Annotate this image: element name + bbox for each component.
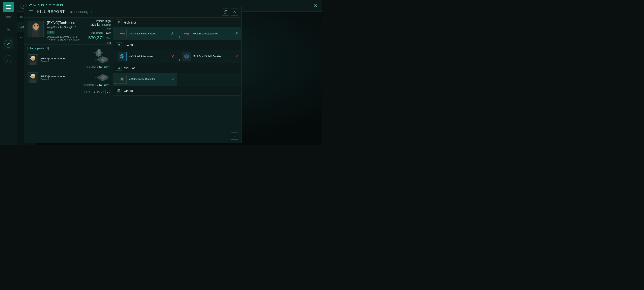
participant-1-percent: 100%: [104, 66, 110, 68]
high-slot-item-1-qty: 1: [114, 36, 116, 39]
participants-list[interactable]: [PRTY]Amarr Inbound Cynabal: [24, 52, 113, 143]
high-slot-icon: [116, 20, 122, 25]
svg-point-41: [120, 33, 122, 34]
participant-2-stat-label: Top Damage: [83, 84, 96, 86]
participant-2-ship-icon: [94, 73, 110, 82]
modal-content: [EXNG]TonHelios Warp Scramble Strength: …: [24, 18, 241, 143]
sidebar-item-bio[interactable]: [5, 25, 12, 35]
low-slot-symbol: [117, 44, 120, 47]
external-link-button[interactable]: [222, 8, 229, 16]
person-icon-2: [235, 32, 238, 35]
mid-slot-item-1-name: MK3 Guidance Disruptor: [128, 78, 169, 81]
svg-marker-6: [7, 58, 10, 61]
others-icon: [116, 88, 122, 93]
high-slot-title: High Slot: [124, 21, 136, 24]
high-slot-item-1-status: [171, 32, 175, 36]
low-slot-title: Low Slot: [124, 44, 136, 47]
ship-damage-value: 1210: [106, 32, 111, 34]
victim-info-section: [EXNG]TonHelios Warp Scramble Strength: …: [24, 18, 113, 45]
victim-avatar: [28, 21, 44, 37]
participant-1-avatar: [28, 54, 38, 65]
participant-2-avatar: [28, 72, 38, 83]
participant-2-name: [PRTY]Amarr Inbound: [40, 75, 92, 78]
high-slot-item-2[interactable]: 1 MK3 Small Autocannon: [177, 27, 242, 40]
svg-line-4: [8, 44, 8, 44]
guidance-disruptor-icon: [119, 76, 125, 82]
next-page-button[interactable]: ▶: [106, 90, 110, 94]
modal-id-text: [ID:3823536]: [68, 10, 88, 14]
sidebar-item-medals[interactable]: [3, 53, 14, 66]
bottom-value: 532.65: [84, 91, 90, 93]
svg-point-8: [23, 4, 24, 5]
person-icon-3: [171, 78, 174, 81]
svg-point-51: [122, 56, 123, 57]
modal-title-text: KILL REPORT: [37, 10, 65, 14]
victim-kill-badge: 1 Kill: [47, 31, 54, 34]
page-navigation: ◀ Page 4 ▶: [92, 90, 110, 94]
svg-point-42: [172, 33, 173, 34]
prev-page-button[interactable]: ◀: [92, 90, 96, 94]
high-slot-item-2-name: MK3 Small Autocannon: [193, 32, 233, 35]
x-icon-1: [171, 55, 174, 58]
modal-close-button[interactable]: ✕: [231, 8, 238, 16]
header-close-button[interactable]: ✕: [312, 3, 319, 9]
others-header: Others: [113, 86, 241, 96]
low-slot-item-2-name: MK3 Small Shield Booster: [193, 55, 233, 58]
autocannon-icon: [184, 31, 190, 37]
svg-point-23: [96, 55, 102, 57]
page-label: Page 4: [97, 91, 104, 93]
low-slot-item-1-icon: [118, 52, 126, 61]
participant-1-stats: Final Blow 1210 100%: [28, 66, 110, 68]
star-icon: [7, 57, 10, 61]
svg-point-61: [172, 78, 173, 79]
ship-info-header: Imicus High Mobility Industrial Ship: [86, 19, 111, 30]
participant-row-2: [PRTY]Amarr Inbound Cynabal Top Damage: [24, 70, 113, 88]
modal-header-actions: ✕: [222, 8, 238, 16]
sidebar-item-combat[interactable]: [3, 37, 14, 50]
participant-2-percent: 100%: [104, 84, 110, 86]
mid-slot-title: Mid Slot: [124, 66, 135, 70]
afterburner-icon: [119, 54, 125, 59]
hamburger-icon: [6, 5, 11, 9]
ship-damage: Total damage: 1210: [86, 31, 111, 35]
participant-1-info: [PRTY]Amarr Inbound Cynabal: [40, 57, 92, 63]
high-slot-item-1[interactable]: 1 MK3 Small Rifled Railgun: [113, 27, 177, 40]
ship-type: Industrial Ship: [102, 24, 111, 30]
sidebar-submenu: [6, 15, 11, 19]
participants-accent-bar: [28, 47, 28, 50]
high-slot-header: High Slot: [113, 18, 241, 27]
svg-point-35: [100, 80, 105, 81]
mid-slot-section: Mid Slot 1 M: [113, 63, 241, 86]
modal-title: KILL REPORT [ID:3823536] ⎘: [37, 10, 92, 14]
copy-icon[interactable]: ⎘: [91, 11, 92, 14]
svg-point-29: [100, 62, 105, 63]
low-slot-item-1[interactable]: 1 MK3 Small Afterburner: [113, 50, 177, 63]
svg-point-22: [98, 52, 100, 54]
svg-point-47: [236, 33, 238, 34]
mid-slot-header: Mid Slot: [113, 63, 241, 73]
participant-2-top: [PRTY]Amarr Inbound Cynabal: [28, 72, 110, 83]
participant-2-ship: Cynabal: [40, 78, 92, 80]
filter-button[interactable]: [231, 132, 238, 140]
low-slot-item-1-qty: 1: [114, 59, 116, 61]
high-slot-symbol: [117, 21, 120, 24]
filter-icon: [233, 134, 236, 138]
others-title: Others: [124, 89, 133, 92]
mid-slot-item-1[interactable]: 1 MK3 Guidance Disruptor: [113, 73, 177, 86]
low-slot-item-2[interactable]: 1 MK3 Small Shield Booster: [177, 50, 242, 63]
pagination-bar: 532.65 ◀ Page 4 ▶: [24, 88, 113, 96]
svg-rect-46: [188, 34, 189, 34]
svg-point-0: [8, 28, 9, 30]
modal-menu-button[interactable]: [28, 8, 35, 16]
high-slot-section: High Slot 1: [113, 18, 241, 40]
ship-isk: 530,371 ISK: [86, 35, 111, 41]
right-panel: High Slot 1: [113, 18, 241, 143]
svg-point-18: [34, 25, 35, 27]
low-slot-item-1-status: [171, 54, 175, 58]
left-panel: [EXNG]TonHelios Warp Scramble Strength: …: [24, 18, 113, 143]
high-slot-item-2-status: [235, 32, 239, 36]
external-icon: [224, 10, 227, 14]
sidebar-menu-button[interactable]: [3, 2, 14, 12]
ship-result-label: Kill: [107, 42, 111, 45]
ship-3d-container: [86, 46, 111, 60]
